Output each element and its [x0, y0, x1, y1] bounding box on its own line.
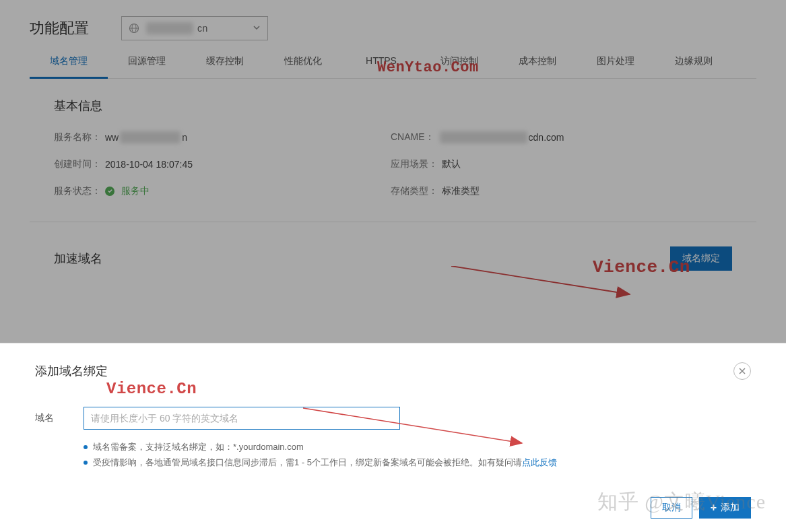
tab-access-control[interactable]: 访问控制 [420, 55, 498, 78]
modal-header: 添加域名绑定 [35, 362, 751, 380]
plus-icon: + [711, 502, 717, 513]
section-title: 加速域名 [54, 251, 102, 267]
kv-scene: 应用场景： 默认 [391, 158, 732, 170]
tab-https[interactable]: HTTPS [342, 55, 420, 78]
masked-text [120, 131, 181, 143]
kv-storage: 存储类型： 标准类型 [391, 185, 732, 197]
modal-footer: 取消 + 添加 [651, 497, 751, 519]
help-item: 域名需备案，支持泛域名绑定，如：*.yourdomain.com [84, 439, 751, 455]
page-root: 功能配置 cn 域名管理 回源管理 缓存控制 性能优化 HTTPS 访问控制 成… [0, 0, 786, 532]
basic-info-section: 基本信息 服务名称： ww n CNAME： cdn.com 创建时间： [30, 79, 756, 222]
tab-cost-control[interactable]: 成本控制 [498, 55, 577, 78]
status-success-icon [105, 187, 114, 196]
form-row-domain: 域名 域名需备案，支持泛域名绑定，如：*.yourdomain.com 受疫情影… [35, 407, 751, 471]
tabs: 域名管理 回源管理 缓存控制 性能优化 HTTPS 访问控制 成本控制 图片处理… [30, 55, 756, 79]
help-item: 受疫情影响，各地通管局域名接口信息同步滞后，需1 - 5个工作日，绑定新备案域名… [84, 455, 751, 470]
info-grid: 服务名称： ww n CNAME： cdn.com 创建时间： 2018-10-… [54, 131, 732, 197]
tab-cache-control[interactable]: 缓存控制 [186, 55, 264, 78]
kv-service-name: 服务名称： ww n [54, 131, 391, 143]
chevron-down-icon [253, 23, 261, 34]
accel-domain-section: 加速域名 域名绑定 [30, 222, 756, 295]
tab-image-processing[interactable]: 图片处理 [577, 55, 655, 78]
help-list: 域名需备案，支持泛域名绑定，如：*.yourdomain.com 受疫情影响，各… [84, 439, 751, 471]
watermark-text: Vience.Cn [106, 380, 197, 398]
status-text: 服务中 [121, 185, 150, 196]
masked-text [146, 22, 193, 34]
modal-title: 添加域名绑定 [35, 363, 108, 379]
add-button[interactable]: + 添加 [699, 497, 751, 519]
globe-icon [129, 23, 139, 34]
bullet-icon [84, 445, 88, 449]
kv-status: 服务状态： 服务中 [54, 185, 391, 197]
field-label: 域名 [35, 407, 84, 424]
tab-edge-rules[interactable]: 边缘规则 [655, 55, 733, 78]
bind-domain-button[interactable]: 域名绑定 [670, 246, 732, 271]
add-domain-modal: 添加域名绑定 Vience.Cn 域名 域名需备案，支持泛域名绑定，如：*.yo… [0, 343, 786, 532]
kv-cname: CNAME： cdn.com [391, 131, 732, 143]
section-title: 基本信息 [54, 98, 732, 114]
kv-create-time: 创建时间： 2018-10-04 18:07:45 [54, 158, 391, 170]
feedback-link[interactable]: 点此反馈 [522, 457, 557, 467]
tab-domain-management[interactable]: 域名管理 [30, 55, 108, 78]
domain-input[interactable] [84, 407, 400, 430]
domain-select[interactable]: cn [121, 16, 268, 40]
masked-text [440, 131, 527, 143]
domain-select-value: cn [145, 23, 253, 34]
cancel-button[interactable]: 取消 [651, 497, 692, 519]
close-icon[interactable] [733, 362, 751, 380]
tab-origin-management[interactable]: 回源管理 [108, 55, 186, 78]
header: 功能配置 cn [0, 0, 786, 40]
page-title: 功能配置 [30, 18, 89, 38]
tab-performance[interactable]: 性能优化 [264, 55, 342, 78]
bullet-icon [84, 461, 88, 465]
